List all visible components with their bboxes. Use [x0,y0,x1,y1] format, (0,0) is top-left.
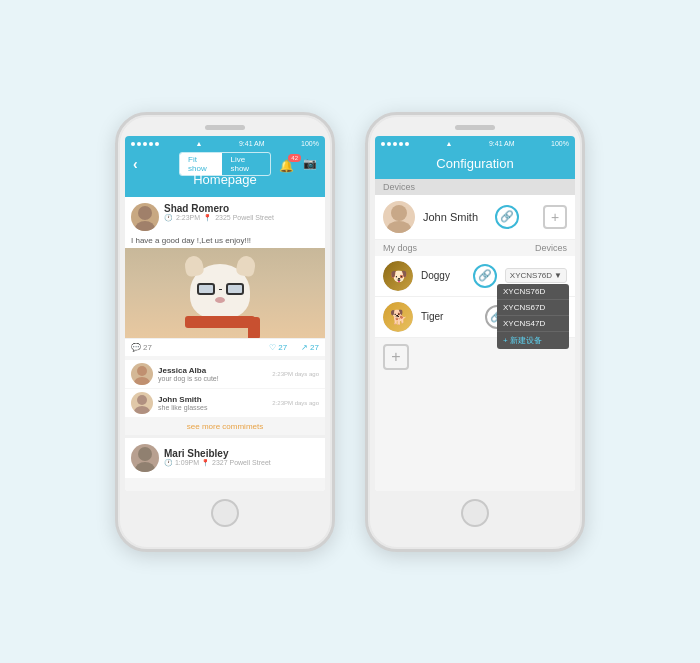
notif-badge: 42 [288,154,301,162]
home-button-2[interactable] [461,499,489,527]
avatar-john [131,392,153,414]
loc2-icon: 📍 [201,459,210,466]
svg-point-0 [138,206,152,220]
comment-action[interactable]: 💬 27 [131,343,152,352]
header-icons: ‹ Fit show Live show 🔔 42 📷 [133,156,317,172]
jessica-name: Jessica Alba [158,366,219,375]
john-name: John Smith [158,395,207,404]
link-button-main[interactable]: 🔗 [495,205,519,229]
jessica-time: 2:23PM days ago [272,371,319,377]
signal-dots-2 [381,142,409,146]
mari-name: Mari Sheibley [164,448,271,459]
mari-time: 1:09PM [175,459,199,466]
svg-point-7 [135,462,155,472]
avatar-jessica [131,363,153,385]
post-header: Shad Romero 🕐 2:23PM 📍 2325 Powell Stree… [125,197,325,234]
post-time: 2:23PM [176,214,200,221]
devices-section-label: Devices [375,179,575,195]
post-actions: 💬 27 ♡ 27 ↗ 27 [125,338,325,356]
svg-point-8 [391,205,407,221]
phone-2: ▲ 9:41 AM 100% Configuration Devices Joh… [365,112,585,552]
back-button[interactable]: ‹ [133,156,138,172]
phone-2-screen: ▲ 9:41 AM 100% Configuration Devices Joh… [375,136,575,491]
comment-icon: 💬 [131,343,141,352]
my-dogs-section: My dogs Devices [375,240,575,256]
avatar-johnsmith [383,201,415,233]
dropdown-add-new[interactable]: + 新建设备 [497,332,569,349]
dropdown-item-1[interactable]: XYCNS76D [497,284,569,300]
avatar-tiger: 🐕 [383,302,413,332]
mari-sub: 🕐 1:09PM 📍 2327 Powell Street [164,459,271,467]
mari-location: 2327 Powell Street [212,459,271,466]
post-location: 2325 Powell Street [215,214,274,221]
status-bar-2: ▲ 9:41 AM 100% [375,136,575,152]
phone-1-screen: ▲ 9:41 AM 100% ‹ Fit show Live show 🔔 42… [125,136,325,491]
second-user-info: Mari Sheibley 🕐 1:09PM 📍 2327 Powell Str… [164,448,271,467]
battery-2: 100% [551,140,569,147]
main-user-row: John Smith 🔗 + [375,195,575,240]
share-count: 27 [310,343,319,352]
jessica-text: your dog is so cute! [158,375,219,382]
status-time-2: 9:41 AM [489,140,515,147]
camera-icon[interactable]: 📷 [303,157,317,170]
svg-point-4 [137,395,147,405]
svg-point-5 [134,406,150,414]
heart-icon: ♡ [269,343,276,352]
svg-point-1 [135,221,155,231]
dog-name-tiger: Tiger [421,311,443,322]
status-time-1: 9:41 AM [239,140,265,147]
tab-fit-show[interactable]: Fit show [180,153,222,175]
dog-row-doggy: 🐶 Doggy 🔗 XYCNS76D ▼ XYCNS76D XYCNS67D X… [375,256,575,297]
clock2-icon: 🕐 [164,459,173,466]
clock-icon: 🕐 [164,214,173,222]
location-icon: 📍 [203,214,212,222]
status-bar-1: ▲ 9:41 AM 100% [125,136,325,152]
post-sub: 🕐 2:23PM 📍 2325 Powell Street [164,214,319,222]
phone-1: ▲ 9:41 AM 100% ‹ Fit show Live show 🔔 42… [115,112,335,552]
dropdown-menu: XYCNS76D XYCNS67D XYCNS47D + 新建设备 [497,284,569,349]
comment-jessica-content: Jessica Alba your dog is so cute! [158,366,219,382]
avatar-doggy: 🐶 [383,261,413,291]
svg-point-2 [137,366,147,376]
signal-dots [131,142,159,146]
post-image [125,248,325,338]
svg-point-6 [138,447,152,461]
post-username: Shad Romero [164,203,319,214]
config-header: Configuration [375,152,575,179]
post-meta: Shad Romero 🕐 2:23PM 📍 2325 Powell Stree… [164,203,319,222]
post-card: Shad Romero 🕐 2:23PM 📍 2325 Powell Stree… [125,197,325,356]
devices-col-label: Devices [535,243,567,253]
avatar-shad [131,203,159,231]
header-right-icons: 🔔 42 📷 [279,156,317,172]
device-dropdown-doggy[interactable]: XYCNS76D ▼ [505,268,567,283]
wifi2-icon: ▲ [445,140,452,147]
john-time: 2:23PM days ago [272,400,319,406]
phone-speaker [205,125,245,130]
see-more-comments[interactable]: see more commimets [125,418,325,435]
add-button-main[interactable]: + [543,205,567,229]
my-dogs-label: My dogs [383,243,417,253]
add-device-button[interactable]: + [383,344,409,370]
link-btn-doggy[interactable]: 🔗 [473,264,497,288]
notification-icon[interactable]: 🔔 42 [279,156,299,172]
second-user-row: Mari Sheibley 🕐 1:09PM 📍 2327 Powell Str… [125,435,325,478]
share-icon: ↗ [301,343,308,352]
tab-live-show[interactable]: Live show [222,153,270,175]
svg-point-3 [134,377,150,385]
dropdown-item-2[interactable]: XYCNS67D [497,300,569,316]
phone-speaker-2 [455,125,495,130]
svg-point-9 [387,221,411,233]
comment-john-content: John Smith she like glasses [158,395,207,411]
home-button-1[interactable] [211,499,239,527]
homepage-header: ‹ Fit show Live show 🔔 42 📷 Homepage [125,152,325,197]
post-text: I have a good day !,Let us enjoy!!! [125,234,325,248]
like-count: 27 [278,343,287,352]
dropdown-item-3[interactable]: XYCNS47D [497,316,569,332]
share-action[interactable]: ↗ 27 [301,343,319,352]
like-action[interactable]: ♡ 27 [269,343,287,352]
battery-1: 100% [301,140,319,147]
config-title: Configuration [383,156,567,171]
config-content: Devices John Smith 🔗 + My dogs Devices 🐶 [375,179,575,491]
avatar-mari [131,444,159,472]
comment-jessica: Jessica Alba your dog is so cute! 2:23PM… [125,360,325,389]
